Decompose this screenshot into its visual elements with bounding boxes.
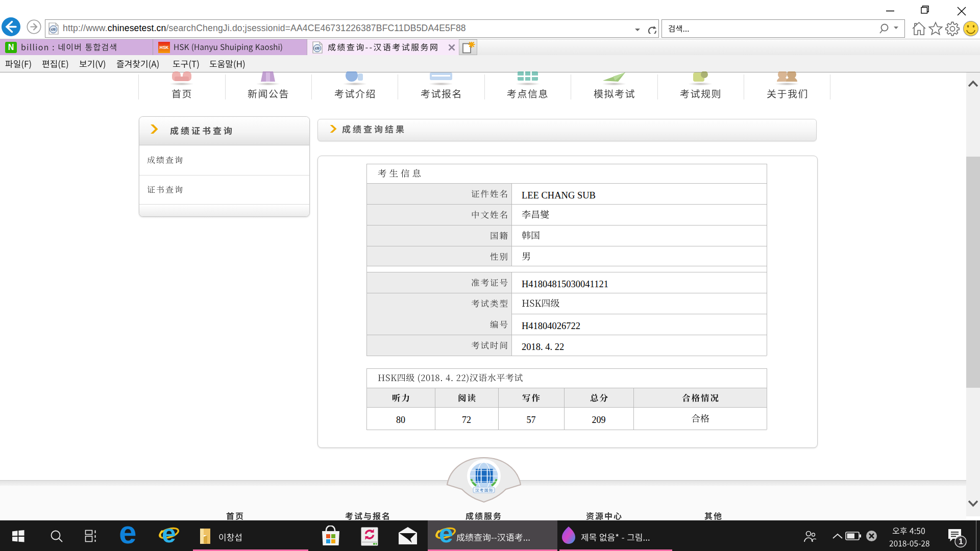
svg-text:cti: cti <box>51 27 56 32</box>
svg-text:cti: cti <box>315 46 320 51</box>
